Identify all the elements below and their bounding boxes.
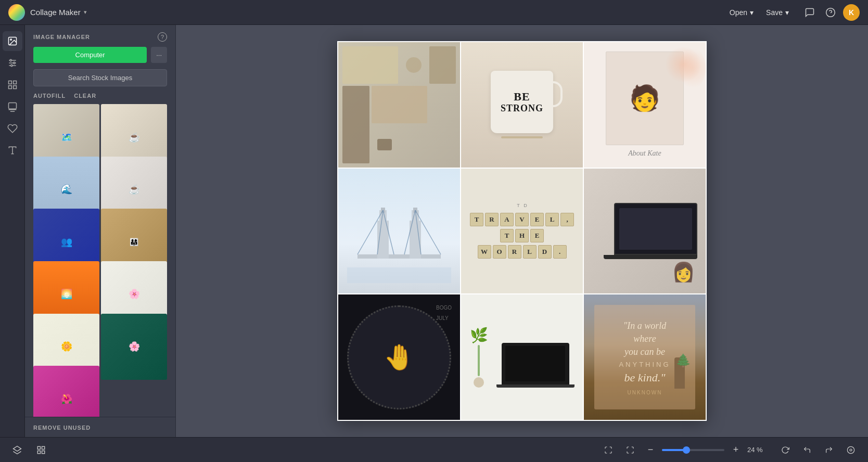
svg-point-0 xyxy=(826,8,835,17)
redo-button[interactable] xyxy=(820,441,838,459)
sidebar-upload-buttons: Computer ··· xyxy=(25,47,175,69)
app-logo[interactable] xyxy=(8,4,25,21)
fit-button[interactable] xyxy=(621,441,639,459)
sidebar-help-button[interactable]: ? xyxy=(158,32,167,42)
more-options-button[interactable]: ··· xyxy=(151,47,167,63)
zoom-in-button[interactable]: + xyxy=(729,443,743,457)
images-tool-button[interactable] xyxy=(3,31,22,51)
collage-cell-1[interactable] xyxy=(338,42,460,168)
collage-cell-9[interactable]: 🌲 "In a worldwhereyou can be ANYTHING be… xyxy=(584,294,706,420)
collage-cell-8[interactable]: 🌿 xyxy=(461,294,583,420)
collage-cell-3[interactable]: 🧑 About Kate xyxy=(584,42,706,168)
svg-point-2 xyxy=(10,39,11,41)
svg-rect-12 xyxy=(13,86,16,89)
favorites-tool-button[interactable] xyxy=(3,119,22,138)
bottom-bar: − + 24 % xyxy=(0,437,868,462)
thumbnail-10[interactable]: 🌸 xyxy=(101,314,167,380)
collage-canvas[interactable]: BE STRONG 🧑 About Kat xyxy=(337,41,707,421)
layers-button[interactable] xyxy=(8,441,26,459)
sidebar: IMAGE MANAGER ? Computer ··· Search Stoc… xyxy=(25,25,176,437)
collage-cell-6[interactable]: 👩 xyxy=(584,169,706,294)
settings-button[interactable] xyxy=(842,441,860,459)
svg-marker-30 xyxy=(14,446,21,451)
svg-rect-34 xyxy=(42,451,45,453)
collage-cell-5[interactable]: T D T R A V E L , T H E xyxy=(461,169,583,294)
svg-point-8 xyxy=(10,65,12,66)
user-avatar[interactable]: K xyxy=(843,4,860,21)
zoom-controls: − + 24 % xyxy=(599,441,768,459)
svg-rect-32 xyxy=(42,446,45,449)
help-icon-button[interactable] xyxy=(822,4,839,21)
collage-cell-4[interactable] xyxy=(338,169,460,294)
sidebar-bottom: REMOVE UNUSED xyxy=(25,417,175,437)
search-stock-button[interactable]: Search Stock Images xyxy=(33,69,167,86)
computer-upload-button[interactable]: Computer xyxy=(33,47,147,63)
svg-point-6 xyxy=(10,59,11,61)
undo-button[interactable] xyxy=(798,441,816,459)
app-name: Collage Maker xyxy=(30,8,81,17)
save-button[interactable]: Save ▾ xyxy=(760,5,795,20)
layout-tool-button[interactable] xyxy=(3,75,22,95)
svg-rect-16 xyxy=(347,267,451,283)
autofill-row: AUTOFILL CLEAR xyxy=(25,93,175,104)
expand-button[interactable] xyxy=(599,441,617,459)
autofill-button[interactable]: AUTOFILL xyxy=(33,93,66,99)
svg-rect-17 xyxy=(358,254,441,259)
text-tool-button[interactable] xyxy=(3,140,22,160)
remove-unused-button[interactable]: REMOVE UNUSED xyxy=(33,425,91,431)
collage-cell-7[interactable]: 🤚 BOGO JULY xyxy=(338,294,460,420)
main-area: IMAGE MANAGER ? Computer ··· Search Stoc… xyxy=(0,25,868,437)
adjust-tool-button[interactable] xyxy=(3,53,22,73)
clear-button[interactable]: CLEAR xyxy=(74,93,96,99)
zoom-slider[interactable] xyxy=(662,449,724,451)
svg-rect-13 xyxy=(8,103,16,109)
svg-point-35 xyxy=(847,446,854,453)
svg-rect-10 xyxy=(13,81,16,84)
zoom-percent: 24 % xyxy=(747,446,768,454)
thumbnail-11[interactable]: 🌺 xyxy=(33,366,99,417)
background-tool-button[interactable] xyxy=(3,97,22,117)
svg-point-7 xyxy=(13,62,15,63)
grid-button[interactable] xyxy=(32,441,50,459)
chat-icon-button[interactable] xyxy=(801,4,818,21)
sidebar-title: IMAGE MANAGER xyxy=(33,34,90,40)
refresh-button[interactable] xyxy=(776,441,794,459)
topbar: Collage Maker ▾ Open ▾ Save ▾ K xyxy=(0,0,868,25)
image-thumbnail-grid: 🗺️ ☕ 🌊 ☕ 👥 👨‍👩‍👧 🌅 xyxy=(25,104,175,417)
app-name-chevron[interactable]: ▾ xyxy=(84,9,87,16)
canvas-area: BE STRONG 🧑 About Kat xyxy=(176,25,868,437)
collage-cell-2[interactable]: BE STRONG xyxy=(461,42,583,168)
svg-rect-11 xyxy=(8,86,11,89)
svg-rect-9 xyxy=(8,81,11,84)
svg-rect-31 xyxy=(37,446,40,449)
svg-point-36 xyxy=(850,449,852,451)
sidebar-header: IMAGE MANAGER ? xyxy=(25,25,175,47)
bottom-right-tools xyxy=(776,441,860,459)
svg-rect-33 xyxy=(37,451,40,453)
icon-bar xyxy=(0,25,25,437)
zoom-out-button[interactable]: − xyxy=(643,443,658,457)
bottom-left-tools xyxy=(8,441,50,459)
open-button[interactable]: Open ▾ xyxy=(723,5,760,20)
